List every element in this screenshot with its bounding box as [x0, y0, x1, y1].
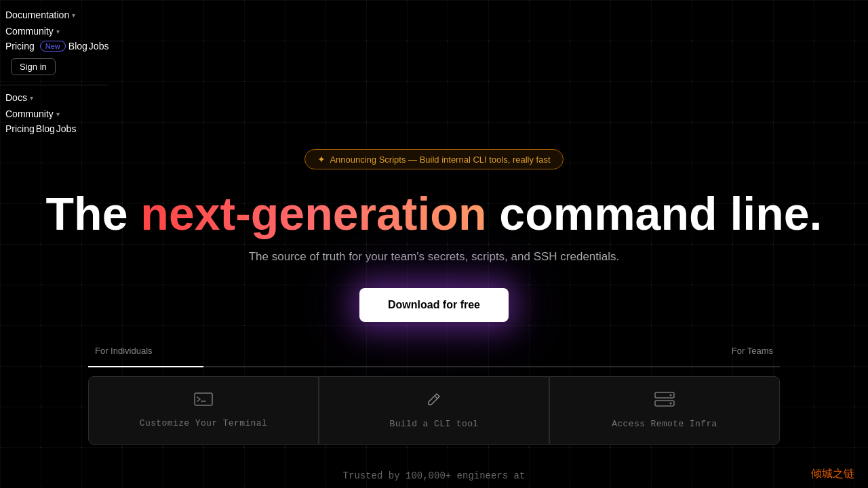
nav-community[interactable]: Community ▾: [0, 23, 108, 39]
svg-point-6: [670, 403, 672, 405]
nav-jobs-mobile-label: Jobs: [56, 123, 77, 134]
nav-blog-mobile-label: Blog: [36, 123, 55, 134]
chevron-down-icon: ▾: [56, 28, 60, 35]
chevron-down-icon: ▾: [56, 110, 60, 118]
label-individuals: For Individuals: [95, 346, 153, 356]
section-labels: For Individuals For Teams: [0, 346, 868, 356]
label-teams: For Teams: [732, 346, 773, 356]
nav-blog-label: Blog: [68, 41, 87, 52]
nav-pricing-row: Pricing New Blog Jobs: [0, 39, 108, 53]
hero-suffix: command line.: [486, 188, 822, 239]
hero-prefix: The: [46, 188, 141, 239]
nav-blog[interactable]: Blog: [68, 41, 87, 52]
hero-subheading: The source of truth for your team's secr…: [249, 250, 620, 264]
pencil-icon: [427, 392, 441, 411]
sign-in-button[interactable]: Sign in: [11, 58, 56, 75]
chevron-down-icon: ▾: [72, 12, 75, 19]
nav-documentation[interactable]: Documentation ▾: [0, 7, 108, 23]
navbar: Documentation ▾ Community ▾ Pricing New …: [0, 0, 108, 142]
nav-documentation-label: Documentation: [5, 9, 69, 20]
main-content: ✦ Announcing Scripts — Build internal CL…: [0, 149, 868, 322]
nav-blog-mobile[interactable]: Blog: [36, 123, 55, 134]
svg-rect-0: [195, 393, 212, 405]
nav-community-mobile[interactable]: Community ▾: [0, 106, 108, 122]
feature-card-remote-label: Access Remote Infra: [612, 419, 717, 429]
nav-pricing-label: Pricing: [5, 41, 35, 52]
feature-card-terminal[interactable]: Customize Your Terminal: [88, 376, 319, 445]
nav-jobs-mobile[interactable]: Jobs: [56, 123, 77, 134]
nav-pricing[interactable]: Pricing: [5, 41, 35, 52]
nav-mobile-row2: Pricing Blog Jobs: [0, 122, 108, 136]
new-badge: New: [40, 41, 66, 52]
trusted-label: Trusted by 100,000+ engineers at: [343, 470, 526, 481]
trusted-text: Trusted by 100,000+ engineers at: [0, 470, 868, 481]
chevron-down-icon: ▾: [30, 94, 33, 102]
nav-pricing-mobile[interactable]: Pricing: [5, 123, 35, 134]
nav-jobs-label: Jobs: [89, 41, 109, 52]
nav-community-mobile-label: Community: [5, 108, 54, 119]
feature-card-remote[interactable]: Access Remote Infra: [549, 376, 780, 445]
announcement-text: Announcing Scripts — Build internal CLI …: [330, 155, 550, 165]
nav-docs-mobile-label: Docs: [5, 92, 27, 103]
nav-divider: [0, 85, 108, 85]
feature-card-cli[interactable]: Build a CLI tool: [319, 376, 549, 445]
spark-icon: ✦: [317, 154, 326, 165]
nav-pricing-mobile-label: Pricing: [5, 123, 35, 134]
server-icon: [654, 392, 675, 411]
feature-card-cli-label: Build a CLI tool: [389, 419, 478, 429]
announcement-banner[interactable]: ✦ Announcing Scripts — Build internal CL…: [304, 149, 563, 169]
nav-community-label: Community: [5, 26, 54, 37]
hero-heading: The next-generation command line.: [46, 188, 823, 239]
feature-cards: Customize Your Terminal Build a CLI tool…: [88, 376, 780, 445]
feature-top-line-active: [88, 366, 203, 367]
watermark: 倾城之链: [811, 467, 854, 481]
nav-docs-mobile[interactable]: Docs ▾: [0, 89, 108, 106]
download-button[interactable]: Download for free: [359, 288, 509, 322]
terminal-icon: [194, 392, 213, 410]
hero-accent: next-generation: [140, 188, 486, 239]
svg-point-5: [670, 394, 672, 396]
nav-jobs[interactable]: Jobs: [89, 41, 109, 52]
feature-card-terminal-label: Customize Your Terminal: [140, 418, 267, 428]
svg-line-2: [435, 396, 437, 399]
